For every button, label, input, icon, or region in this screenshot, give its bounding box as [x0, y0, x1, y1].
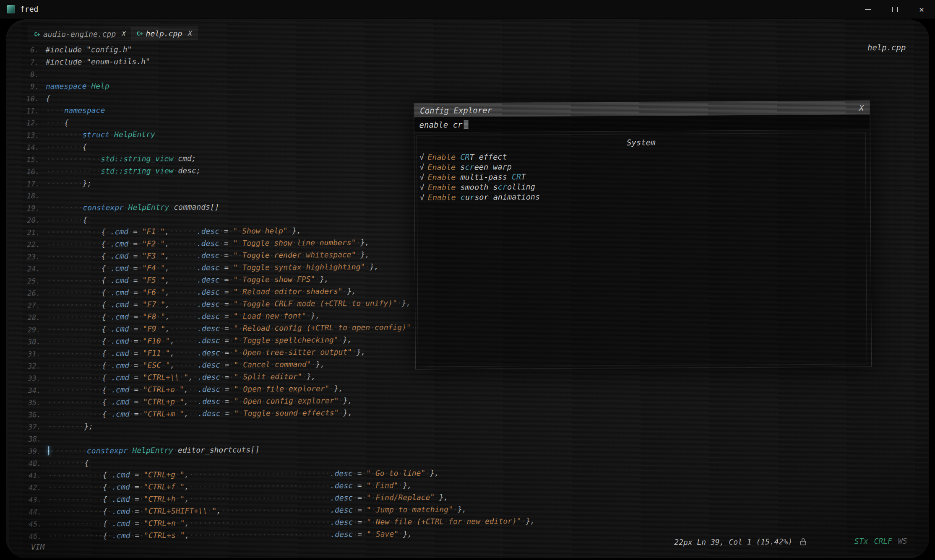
code-token: =: [224, 299, 229, 308]
code-token: ·: [193, 373, 198, 381]
code-token: {: [102, 337, 107, 345]
code-token: ·: [138, 324, 143, 333]
whitespace-dot: ·: [407, 505, 412, 514]
whitespace-dot: ·: [220, 324, 224, 333]
whitespace-dot: ·······························: [189, 469, 330, 479]
config-option-text: sor animations: [474, 192, 540, 202]
tab-close-icon[interactable]: X: [188, 29, 192, 37]
code-token: =: [224, 263, 229, 272]
whitespace-dot: ············: [47, 349, 102, 358]
code-token: ·: [229, 239, 233, 247]
code-token: "F5·": [142, 275, 165, 284]
editor-tab-help-cpp[interactable]: C+help.cppX: [131, 26, 198, 41]
code-token: =: [135, 507, 139, 516]
whitespace-dot: ·: [138, 361, 143, 370]
tab-close-icon[interactable]: X: [122, 29, 126, 37]
code-token: =: [224, 275, 229, 284]
whitespace-dot: ············: [47, 324, 102, 334]
code-line-text: ········};: [46, 179, 92, 188]
code-token: ·: [106, 276, 111, 285]
whitespace-dot: ·: [238, 336, 243, 345]
code-token: ·: [229, 251, 233, 259]
whitespace-dot: ············: [47, 264, 102, 273]
code-token: ·: [106, 251, 110, 260]
code-token: "CTRL+p·": [143, 397, 184, 406]
code-token: ·: [362, 469, 366, 477]
whitespace-dot: ·: [176, 519, 180, 527]
code-token: Help: [91, 81, 109, 90]
minimize-button[interactable]: [854, 0, 881, 18]
code-token: ·····: [174, 348, 197, 357]
code-token: cmd;: [178, 154, 196, 163]
whitespace-dot: ·: [229, 275, 233, 284]
code-token: {: [102, 324, 106, 333]
whitespace-dot: ·: [128, 251, 133, 260]
config-option-text: een warp: [474, 162, 512, 171]
whitespace-dot: ·: [156, 263, 161, 272]
config-explorer-close-icon[interactable]: X: [859, 103, 864, 112]
code-token: ·: [107, 337, 111, 345]
code-token: ·: [229, 336, 234, 345]
code-token: ······: [169, 263, 197, 272]
line-number: 9.: [17, 80, 39, 93]
code-token: ·: [130, 470, 135, 479]
code-token: ·: [220, 275, 224, 284]
whitespace-dot: ·: [156, 312, 161, 321]
code-token: .cmd: [110, 264, 128, 272]
line-number: 34.: [19, 384, 41, 397]
code-token: .cmd: [111, 385, 129, 394]
config-option[interactable]: √Enable cursor animations: [417, 190, 866, 203]
code-token: ······: [169, 227, 197, 236]
close-button[interactable]: ✕: [908, 0, 935, 18]
whitespace-dot: ·: [139, 495, 144, 503]
code-token: ,: [165, 227, 169, 236]
code-token: "ESC·": [143, 360, 170, 369]
code-token: ············: [47, 251, 101, 261]
code-token: ············: [46, 154, 101, 163]
code-token: =: [357, 530, 362, 539]
code-token: ············: [47, 300, 102, 309]
code-line-text: #include·"enum-utils.h": [46, 57, 150, 67]
code-token: .desc: [197, 300, 220, 309]
code-token: .desc: [330, 481, 353, 490]
code-token: =: [224, 239, 229, 247]
whitespace-dot: ············: [48, 507, 103, 516]
code-token: =: [224, 287, 229, 296]
code-token: ············: [47, 397, 102, 407]
code-line-text: ············{·.cmd·=·"F5·",······.desc·=…: [47, 275, 329, 285]
whitespace-dot: ········: [47, 215, 83, 225]
code-token: ·: [106, 288, 111, 297]
whitespace-dot: ·: [292, 238, 297, 247]
config-search-input[interactable]: enable cr: [414, 114, 870, 133]
whitespace-dot: ······: [169, 275, 197, 284]
whitespace-dot: ······: [170, 324, 197, 333]
line-number: 27.: [18, 299, 40, 311]
maximize-button[interactable]: [881, 0, 908, 18]
whitespace-dot: ·: [238, 275, 242, 284]
whitespace-dot: ·: [128, 227, 133, 236]
code-token: ·: [107, 349, 111, 358]
editor-tab-audio-engine-cpp[interactable]: C+audio-engine.cppX: [29, 26, 131, 41]
code-token: .desc: [198, 373, 220, 381]
code-token: },: [439, 493, 448, 501]
code-token: "·Open·file·explorer": [234, 384, 330, 393]
whitespace-dot: ········: [48, 459, 84, 468]
code-token: ·: [229, 226, 233, 235]
whitespace-dot: ·: [129, 300, 133, 309]
code-token: ·: [109, 130, 114, 139]
code-token: ·: [229, 287, 233, 296]
code-line-text: namespace·Help: [46, 81, 109, 91]
search-caret: [464, 120, 468, 129]
line-number: 13.: [18, 129, 39, 141]
whitespace-dot: ······: [169, 251, 197, 260]
whitespace-dot: ·: [175, 385, 180, 394]
code-line-text: ············{·.cmd·=·"F9·",······.desc·=…: [47, 323, 425, 334]
whitespace-dot: ·: [219, 239, 224, 248]
code-token: ·: [229, 384, 234, 393]
line-number: 26.: [18, 287, 40, 299]
whitespace-dot: ············: [47, 227, 101, 236]
whitespace-dot: ············: [47, 397, 102, 407]
close-icon: ✕: [919, 5, 924, 13]
code-token: "·Open·tree-sitter·output": [234, 347, 352, 357]
code-token: {: [101, 227, 106, 236]
